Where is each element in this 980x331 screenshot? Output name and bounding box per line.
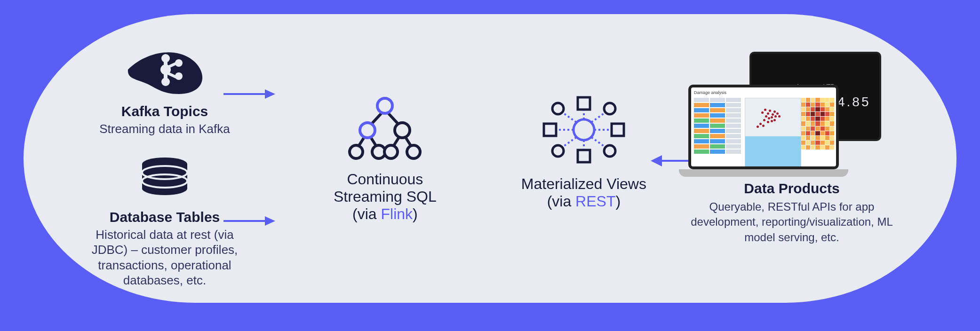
center-row: Continuous Streaming SQL (via Flink): [334, 95, 646, 223]
svg-line-39: [591, 113, 604, 122]
laptop-title: Damage analysis: [694, 90, 726, 95]
svg-point-31: [604, 103, 615, 114]
sql-line3-prefix: (via: [352, 205, 381, 222]
mv-line2: (via REST): [547, 193, 621, 210]
svg-point-32: [552, 145, 564, 157]
data-products-subtitle: Queryable, RESTful APIs for app developm…: [681, 199, 902, 245]
kafka-icon: [122, 42, 207, 99]
svg-rect-4: [164, 73, 167, 79]
arrow-db-to-sql: [223, 216, 275, 226]
svg-point-20: [395, 123, 410, 138]
laptop-heatmap: [801, 98, 834, 150]
laptop-base: [679, 169, 848, 177]
database-subtitle: Historical data at rest (via JDBC) – cus…: [80, 227, 249, 288]
laptop-table: [694, 98, 741, 154]
tree-graph-icon: [345, 95, 425, 162]
svg-line-38: [564, 113, 576, 122]
svg-line-41: [591, 137, 604, 146]
sql-line2: Streaming SQL: [334, 188, 437, 205]
streaming-sql-block: Continuous Streaming SQL (via Flink): [334, 95, 437, 223]
svg-point-24: [407, 145, 420, 158]
sql-line1: Continuous: [347, 171, 423, 188]
svg-point-30: [552, 103, 564, 114]
mv-line2-suffix: ): [615, 193, 621, 210]
svg-line-40: [564, 137, 576, 146]
data-products-title: Data Products: [744, 181, 839, 197]
sql-line3-suffix: ): [413, 205, 418, 222]
database-icon: [134, 156, 195, 205]
svg-rect-3: [164, 61, 167, 68]
svg-point-21: [350, 145, 363, 158]
laptop-mockup: Damage analysis: [688, 85, 839, 179]
materialized-views-block: Materialized Views (via REST): [521, 95, 646, 210]
svg-point-25: [574, 119, 594, 140]
data-products-column: Agronomy VTR 3.45 2.10 4.85 Damage analy…: [679, 52, 905, 245]
kafka-title: Kafka Topics: [121, 103, 208, 119]
svg-point-18: [377, 98, 392, 113]
database-title: Database Tables: [110, 209, 220, 225]
svg-rect-27: [578, 150, 590, 162]
svg-rect-29: [612, 124, 624, 136]
laptop-map: [745, 98, 801, 168]
svg-rect-26: [578, 97, 590, 110]
pipeline-container: Kafka Topics Streaming data in Kafka Dat…: [24, 14, 956, 303]
laptop-screen: Damage analysis: [688, 85, 839, 169]
sql-line3-accent: Flink: [381, 205, 413, 222]
hub-network-icon: [539, 95, 629, 167]
svg-point-33: [604, 145, 615, 157]
svg-point-19: [360, 123, 375, 138]
mv-line1: Materialized Views: [521, 175, 646, 193]
devices-mockup: Agronomy VTR 3.45 2.10 4.85 Damage analy…: [688, 52, 895, 174]
svg-point-23: [384, 145, 398, 158]
svg-rect-28: [544, 124, 556, 136]
mv-line2-prefix: (via: [547, 193, 575, 210]
arrow-kafka-to-sql: [223, 89, 275, 99]
kafka-subtitle: Streaming data in Kafka: [99, 121, 230, 137]
mv-line2-accent: REST: [575, 193, 615, 210]
sql-line3: (via Flink): [352, 205, 418, 223]
sources-column: Kafka Topics Streaming data in Kafka Dat…: [80, 42, 249, 288]
